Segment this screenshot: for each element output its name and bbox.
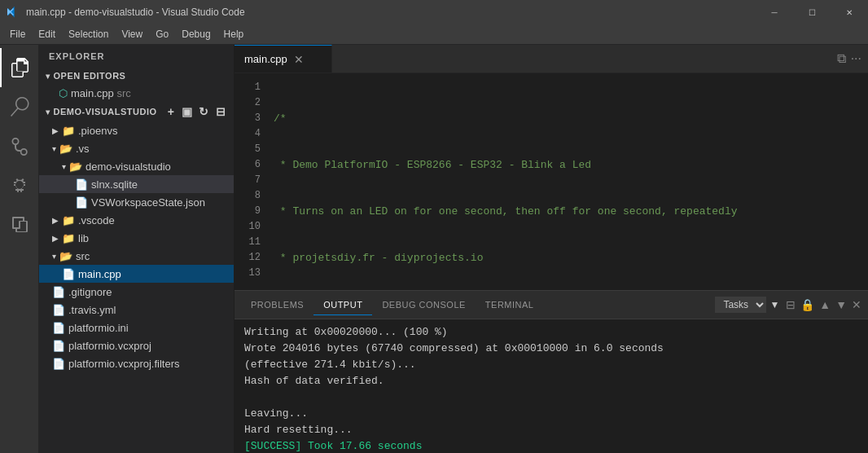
vsworkspacestate-file[interactable]: 📄 VSWorkspaceState.json [39, 193, 234, 211]
folder-arrow: ▾ [62, 162, 66, 171]
gitignore-file[interactable]: 📄 .gitignore [39, 283, 234, 301]
window-controls: ─ ☐ ✕ [756, 0, 868, 24]
folder-icon: 📂 [59, 143, 72, 155]
panel-content: Writing at 0x00020000... (100 %) Wrote 2… [235, 319, 868, 453]
section-actions: + ▣ ↻ ⊟ [166, 105, 227, 118]
open-editor-name: main.cpp src [71, 87, 131, 99]
project-arrow: ▾ [46, 108, 50, 117]
editor-area: main.cpp ✕ ⧉ ··· 1 2 3 4 5 6 7 8 [235, 45, 868, 453]
menu-selection[interactable]: Selection [62, 27, 115, 42]
close-panel-icon[interactable]: ✕ [852, 298, 861, 311]
file-name: platformio.vcxproj.filters [68, 358, 180, 370]
slnx-sqlite-file[interactable]: 📄 slnx.sqlite [39, 175, 234, 193]
menu-go[interactable]: Go [149, 27, 175, 42]
task-dropdown[interactable]: Tasks [715, 297, 766, 313]
minimize-button[interactable]: ─ [756, 0, 793, 24]
pioenvs-folder[interactable]: ▶ 📁 .pioenvs [39, 121, 234, 139]
main-layout: EXPLORER ▾ OPEN EDITORS ⬡ main.cpp src ▾… [0, 45, 868, 453]
tab-actions: ⧉ ··· [837, 45, 868, 73]
output-line: Writing at 0x00020000... (100 %) [244, 324, 858, 341]
platformio-filters-file[interactable]: 📄 platformio.vcxproj.filters [39, 354, 234, 372]
folder-name: .pioenvs [78, 125, 117, 137]
search-activity-icon[interactable] [0, 87, 39, 126]
menu-debug[interactable]: Debug [175, 27, 217, 42]
refresh-icon[interactable]: ↻ [197, 105, 211, 118]
more-actions-icon[interactable]: ··· [851, 51, 861, 66]
main-cpp-tab[interactable]: main.cpp ✕ [235, 45, 332, 73]
folder-icon: 📁 [62, 125, 75, 137]
output-line [244, 389, 858, 406]
file-icon: 📄 [52, 340, 65, 352]
panel: PROBLEMS OUTPUT DEBUG CONSOLE TERMINAL T… [235, 290, 868, 453]
sidebar-header: EXPLORER [39, 45, 234, 68]
new-folder-icon[interactable]: ▣ [180, 105, 195, 118]
output-line: Hash of data verified. [244, 373, 858, 389]
title-bar-text: main.cpp - demo-visualstudio - Visual St… [26, 7, 245, 18]
code-editor[interactable]: 1 2 3 4 5 6 7 8 9 10 11 12 13 /* * Demo … [235, 73, 868, 290]
scroll-up-icon[interactable]: ▲ [819, 298, 831, 311]
debug-activity-icon[interactable] [0, 165, 39, 205]
file-icon: 📄 [52, 304, 65, 316]
demo-visualstudio-folder[interactable]: ▾ 📂 demo-visualstudio [39, 157, 234, 175]
panel-task-select: Tasks ▼ [715, 297, 779, 313]
open-editors-arrow: ▾ [46, 72, 50, 81]
folder-icon: 📂 [69, 161, 82, 173]
lock-output-icon[interactable]: 🔒 [800, 298, 814, 311]
open-editor-main-cpp[interactable]: ⬡ main.cpp src [39, 84, 234, 102]
menu-bar: File Edit Selection View Go Debug Help [0, 24, 868, 45]
menu-edit[interactable]: Edit [32, 27, 62, 42]
terminal-tab[interactable]: TERMINAL [476, 295, 544, 314]
travis-file[interactable]: 📄 .travis.yml [39, 301, 234, 319]
vs-folder[interactable]: ▾ 📂 .vs [39, 139, 234, 157]
file-icon: 📄 [52, 358, 65, 370]
menu-file[interactable]: File [3, 27, 32, 42]
folder-name: .vs [76, 143, 90, 155]
lib-folder[interactable]: ▶ 📁 lib [39, 229, 234, 247]
panel-tabs: PROBLEMS OUTPUT DEBUG CONSOLE TERMINAL T… [235, 291, 868, 319]
problems-tab[interactable]: PROBLEMS [241, 295, 313, 314]
tab-bar: main.cpp ✕ ⧉ ··· [235, 45, 868, 73]
source-control-activity-icon[interactable] [0, 126, 39, 165]
folder-arrow: ▾ [52, 252, 56, 261]
scroll-down-icon[interactable]: ▼ [835, 298, 847, 311]
file-name: platformio.vcxproj [68, 340, 151, 352]
extensions-activity-icon[interactable] [0, 205, 39, 244]
explorer-activity-icon[interactable] [0, 48, 39, 87]
title-bar: main.cpp - demo-visualstudio - Visual St… [0, 0, 868, 24]
task-dropdown-arrow[interactable]: ▼ [769, 299, 779, 310]
vscode-folder[interactable]: ▶ 📁 .vscode [39, 211, 234, 229]
folder-name: src [76, 250, 90, 262]
maximize-button[interactable]: ☐ [793, 0, 831, 24]
platformio-ini-file[interactable]: 📄 platformio.ini [39, 319, 234, 336]
folder-name: lib [78, 232, 89, 244]
project-section[interactable]: ▾ DEMO-VISUALSTUDIO + ▣ ↻ ⊟ [39, 102, 234, 121]
output-tab[interactable]: OUTPUT [313, 295, 372, 315]
tab-close-button[interactable]: ✕ [294, 53, 304, 66]
close-button[interactable]: ✕ [831, 0, 868, 24]
debug-console-tab[interactable]: DEBUG CONSOLE [372, 295, 475, 314]
menu-view[interactable]: View [115, 27, 149, 42]
output-success-line: [SUCCESS] Took 17.66 seconds [244, 438, 858, 453]
folder-icon: 📁 [62, 214, 75, 226]
file-icon: 📄 [52, 286, 65, 298]
file-icon: ⬡ [59, 87, 68, 99]
folder-icon: 📂 [59, 250, 72, 262]
file-name: slnx.sqlite [91, 178, 138, 191]
clear-output-icon[interactable]: ⊟ [786, 298, 796, 311]
folder-arrow: ▶ [52, 216, 59, 225]
menu-help[interactable]: Help [217, 27, 251, 42]
file-name: platformio.ini [68, 322, 129, 334]
file-name: main.cpp [78, 268, 121, 280]
split-editor-icon[interactable]: ⧉ [837, 51, 846, 66]
platformio-vcxproj-file[interactable]: 📄 platformio.vcxproj [39, 336, 234, 354]
main-cpp-file[interactable]: 📄 main.cpp [39, 265, 234, 283]
open-editors-section[interactable]: ▾ OPEN EDITORS [39, 68, 234, 84]
src-folder[interactable]: ▾ 📂 src [39, 247, 234, 265]
collapse-icon[interactable]: ⊟ [214, 105, 228, 118]
panel-actions: ⊟ 🔒 ▲ ▼ ✕ [786, 298, 861, 311]
folder-name: .vscode [78, 214, 115, 226]
sidebar: EXPLORER ▾ OPEN EDITORS ⬡ main.cpp src ▾… [39, 45, 235, 453]
new-file-icon[interactable]: + [166, 105, 177, 118]
file-name: .gitignore [68, 286, 112, 298]
output-line: (effective 271.4 kbit/s)... [244, 357, 858, 373]
